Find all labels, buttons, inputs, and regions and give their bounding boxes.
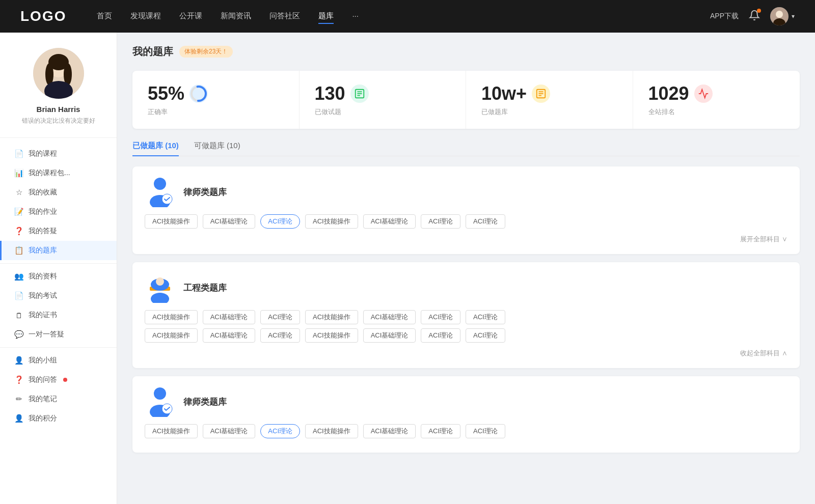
tag[interactable]: ACI技能操作 — [145, 214, 198, 229]
rank-value: 1029 — [648, 83, 689, 104]
notes-icon: ✏ — [14, 395, 23, 404]
stat-questions: 130 已做试题 — [300, 71, 467, 129]
oneone-icon: 💬 — [14, 330, 23, 339]
tag[interactable]: ACI理论 — [421, 424, 460, 438]
points-icon: 👤 — [14, 414, 23, 423]
tag-active[interactable]: ACI理论 — [260, 424, 300, 438]
tag[interactable]: ACI技能操作 — [145, 310, 198, 324]
favorites-icon: ☆ — [14, 188, 23, 197]
bank-card-header-1: 律师类题库 — [145, 177, 787, 207]
bank-card-lawyer-1: 律师类题库 ACI技能操作 ACI基础理论 ACI理论 ACI技能操作 ACI基… — [132, 166, 800, 254]
tag[interactable]: ACI理论 — [466, 310, 505, 324]
nav-open[interactable]: 公开课 — [179, 9, 202, 24]
questions-value: 130 — [315, 83, 345, 104]
sidebar-item-favorites[interactable]: ☆ 我的收藏 — [0, 183, 117, 202]
bank-title-3: 律师类题库 — [183, 396, 227, 408]
sidebar-item-questions[interactable]: ❓ 我的问答 — [0, 370, 117, 389]
rank-icon — [694, 85, 713, 103]
svg-point-1 — [776, 11, 783, 18]
sidebar: Brian Harris 错误的决定比没有决定要好 📄 我的课程 📊 我的课程包… — [0, 33, 117, 504]
svg-point-24 — [151, 293, 169, 303]
tag[interactable]: ACI理论 — [260, 310, 300, 324]
tag[interactable]: ACI基础理论 — [203, 214, 256, 229]
app-download-btn[interactable]: APP下载 — [710, 12, 739, 21]
rank-label: 全站排名 — [648, 107, 785, 117]
sidebar-item-points[interactable]: 👤 我的积分 — [0, 409, 117, 428]
page-header: 我的题库 体验剩余23天！ — [132, 45, 800, 59]
nav-home[interactable]: 首页 — [97, 9, 112, 24]
sidebar-item-courses[interactable]: 📄 我的课程 — [0, 144, 117, 163]
navbar: LOGO 首页 发现课程 公开课 新闻资讯 问答社区 题库 ··· APP下载 — [0, 0, 815, 33]
tag[interactable]: ACI技能操作 — [305, 424, 358, 438]
tag[interactable]: ACI技能操作 — [305, 310, 358, 324]
questions-label: 已做试题 — [315, 107, 451, 117]
tag[interactable]: ACI理论 — [466, 424, 505, 438]
sidebar-item-oneone[interactable]: 💬 一对一答疑 — [0, 325, 117, 344]
tag[interactable]: ACI理论 — [466, 214, 505, 229]
cert-icon: 🗒 — [14, 311, 23, 320]
notification-dot — [757, 9, 761, 13]
sidebar-item-group[interactable]: 👤 我的小组 — [0, 351, 117, 370]
page-title: 我的题库 — [132, 45, 173, 59]
exam-icon: 📄 — [14, 291, 23, 300]
sidebar-item-data[interactable]: 👥 我的资料 — [0, 267, 117, 286]
tag[interactable]: ACI基础理论 — [363, 214, 416, 229]
tag[interactable]: ACI理论 — [421, 214, 460, 229]
collapse-btn-2[interactable]: 收起全部科目 ∧ — [145, 347, 787, 358]
lawyer-icon — [145, 177, 175, 207]
tag[interactable]: ACI基础理论 — [203, 310, 256, 324]
sidebar-item-answers[interactable]: ❓ 我的答疑 — [0, 221, 117, 241]
tag[interactable]: ACI基础理论 — [203, 328, 256, 343]
tag[interactable]: ACI理论 — [466, 328, 505, 343]
nav-bank[interactable]: 题库 — [318, 9, 334, 24]
nav-news[interactable]: 新闻资讯 — [221, 9, 251, 24]
banks-label: 已做题库 — [481, 107, 617, 117]
sidebar-menu: 📄 我的课程 📊 我的课程包... ☆ 我的收藏 📝 我的作业 ❓ 我的答疑 📋 — [0, 138, 117, 434]
tag[interactable]: ACI理论 — [421, 328, 460, 343]
tag[interactable]: ACI理论 — [260, 328, 300, 343]
main-content: 我的题库 体验剩余23天！ 55% 正确率 — [117, 33, 815, 504]
tabs: 已做题库 (10) 可做题库 (10) — [132, 141, 800, 156]
tag[interactable]: ACI基础理论 — [363, 310, 416, 324]
tag[interactable]: ACI技能操作 — [305, 328, 358, 343]
bank-icon: 📋 — [14, 246, 23, 255]
questions-badge — [63, 378, 67, 382]
tab-done[interactable]: 已做题库 (10) — [132, 141, 179, 156]
nav-qa[interactable]: 问答社区 — [269, 9, 300, 24]
tab-todo[interactable]: 可做题库 (10) — [194, 141, 240, 156]
nav-items: 首页 发现课程 公开课 新闻资讯 问答社区 题库 ··· — [97, 9, 710, 24]
tags-row-1: ACI技能操作 ACI基础理论 ACI理论 ACI技能操作 ACI基础理论 AC… — [145, 214, 787, 229]
nav-discover[interactable]: 发现课程 — [130, 9, 161, 24]
divider-2 — [0, 347, 117, 348]
sidebar-item-exam[interactable]: 📄 我的考试 — [0, 286, 117, 305]
tag[interactable]: ACI技能操作 — [305, 214, 358, 229]
sidebar-item-notes[interactable]: ✏ 我的笔记 — [0, 389, 117, 409]
tag-active[interactable]: ACI理论 — [260, 214, 300, 229]
tag[interactable]: ACI技能操作 — [145, 424, 198, 438]
sidebar-item-homework[interactable]: 📝 我的作业 — [0, 202, 117, 221]
bank-title-2: 工程类题库 — [183, 282, 227, 294]
courses-icon: 📄 — [14, 149, 23, 158]
bank-card-lawyer-3: 律师类题库 ACI技能操作 ACI基础理论 ACI理论 ACI技能操作 ACI基… — [132, 376, 800, 453]
banks-icon — [532, 85, 550, 103]
stat-accuracy: 55% 正确率 — [132, 71, 300, 129]
tag[interactable]: ACI基础理论 — [363, 328, 416, 343]
tag[interactable]: ACI技能操作 — [145, 328, 198, 343]
nav-more[interactable]: ··· — [352, 9, 359, 24]
tag[interactable]: ACI理论 — [421, 310, 460, 324]
nav-right: APP下载 ▾ — [710, 7, 795, 25]
sidebar-item-cert[interactable]: 🗒 我的证书 — [0, 305, 117, 325]
sidebar-item-bank[interactable]: 📋 我的题库 — [0, 241, 117, 260]
tag[interactable]: ACI基础理论 — [203, 424, 256, 438]
stats-row: 55% 正确率 130 — [132, 71, 800, 129]
svg-point-25 — [156, 277, 164, 286]
sidebar-item-course-pkg[interactable]: 📊 我的课程包... — [0, 163, 117, 183]
user-avatar-wrap[interactable]: ▾ — [770, 7, 795, 25]
bank-card-header-3: 律师类题库 — [145, 386, 787, 417]
data-icon: 👥 — [14, 272, 23, 281]
tag[interactable]: ACI基础理论 — [363, 424, 416, 438]
accuracy-value: 55% — [148, 83, 184, 104]
svg-point-19 — [154, 178, 166, 190]
notification-bell[interactable] — [749, 10, 760, 23]
expand-btn-1[interactable]: 展开全部科目 ∨ — [145, 233, 787, 244]
